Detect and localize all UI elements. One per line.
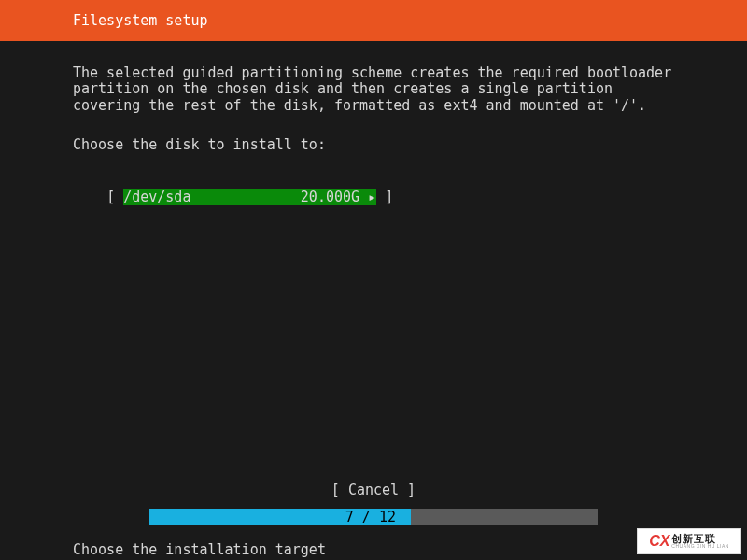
watermark-logo: CX 创新互联 CHUANG XIN HU LIAN — [637, 528, 741, 554]
disk-path-prefix: / — [123, 189, 132, 205]
progress-label: 7 / 12 — [345, 509, 396, 525]
watermark-bottom: CHUANG XIN HU LIAN — [671, 544, 729, 549]
disk-path-rest: ev/sda — [140, 189, 190, 205]
disk-option[interactable]: [ /dev/sda 20.000G ▸ ] — [73, 172, 393, 222]
prompt-text: Choose the disk to install to: — [73, 136, 674, 153]
disk-select-highlight: /dev/sda 20.000G ▸ — [123, 189, 376, 205]
header-bar: Filesystem setup — [0, 0, 747, 41]
bracket-left: [ — [106, 189, 123, 205]
progress-area: 7 / 12 — [0, 509, 747, 525]
progress-pad-left — [0, 509, 149, 525]
watermark-cn: 创新互联 CHUANG XIN HU LIAN — [671, 534, 729, 549]
chevron-right-icon: ▸ — [368, 189, 376, 205]
disk-size: 20.000G — [301, 189, 359, 205]
cancel-label: [ Cancel ] — [331, 482, 416, 498]
progress-pad-right — [598, 509, 747, 525]
bracket-right: ] — [376, 189, 393, 205]
watermark-cx: CX — [649, 533, 669, 550]
description-text: The selected guided partitioning scheme … — [73, 65, 674, 114]
progress-bar: 7 / 12 — [0, 509, 747, 525]
disk-spacer — [190, 189, 300, 205]
footer-text: Choose the installation target — [73, 541, 326, 558]
cancel-button[interactable]: [ Cancel ] — [0, 482, 747, 498]
disk-path-underline: d — [132, 189, 140, 205]
progress-remain — [411, 509, 598, 525]
content-area: The selected guided partitioning scheme … — [0, 41, 747, 222]
progress-fill: 7 / 12 — [149, 509, 411, 525]
page-title: Filesystem setup — [73, 12, 208, 29]
